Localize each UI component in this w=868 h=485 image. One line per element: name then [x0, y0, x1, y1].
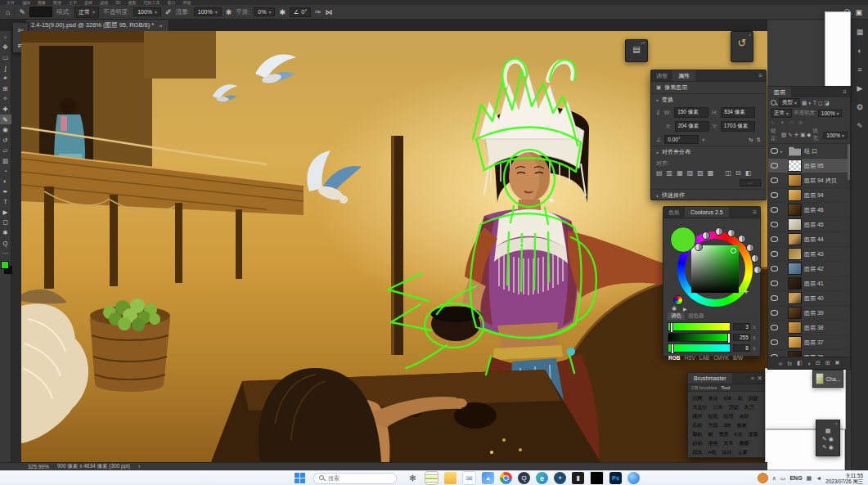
blue-value[interactable]: 8	[733, 344, 750, 352]
brush-icon[interactable]: ✎ ◉	[822, 436, 834, 442]
brush-tag[interactable]: 砂砾	[690, 439, 704, 447]
dodge-tool[interactable]: ◐	[0, 176, 11, 186]
brush-tag[interactable]: 厚涂	[706, 394, 720, 402]
zoom-level[interactable]: 325.99%	[28, 464, 49, 469]
rotate-mini-panel[interactable]: « ↺	[731, 31, 753, 62]
width-field[interactable]: 150 像素	[674, 107, 708, 118]
color-mode-option[interactable]: CMYK	[713, 355, 729, 361]
visibility-eye-icon[interactable]	[771, 177, 778, 184]
libraries-icon[interactable]: ▦	[857, 28, 864, 36]
effects-dim-icon[interactable]: ✦	[780, 119, 784, 126]
flip-horizontal-icon[interactable]: ⇆	[749, 137, 753, 143]
harmony-dot[interactable]	[751, 254, 759, 263]
brush-tag[interactable]: 云雾	[735, 448, 749, 456]
lock-position-icon[interactable]: ✛	[794, 132, 798, 138]
layer-row[interactable]: 图层 42	[768, 262, 850, 276]
start-button[interactable]	[295, 473, 305, 483]
tab-properties[interactable]: 属性	[672, 70, 695, 81]
angle-field[interactable]: 0.00°	[664, 135, 699, 144]
harmony-dot[interactable]	[702, 231, 710, 240]
visibility-eye-icon[interactable]	[771, 265, 778, 272]
brush-tag[interactable]: 圈圈	[737, 439, 751, 447]
touch-keyboard-icon[interactable]: ▦	[807, 475, 812, 482]
add-mask-icon[interactable]: ◧	[797, 360, 803, 366]
visibility-eye-icon[interactable]	[771, 339, 778, 346]
harmony-dot[interactable]	[695, 243, 703, 251]
lock-artboard-icon[interactable]: ▣	[800, 132, 805, 138]
filter-adjust-icon[interactable]: ◐	[808, 100, 812, 106]
y-field[interactable]: 1703 像素	[721, 121, 755, 132]
current-color-swatch[interactable]	[670, 227, 696, 253]
layer-row[interactable]: 图层 95	[768, 159, 850, 173]
rotate-panel-icon[interactable]: ↺	[738, 37, 747, 49]
delete-layer-icon[interactable]: ✖	[835, 360, 840, 366]
link-dimensions-icon[interactable]: ∞	[654, 110, 662, 115]
brush-tag[interactable]: 刷	[735, 394, 744, 402]
taskbar-search[interactable]: 搜索	[313, 473, 397, 484]
opacity-select[interactable]: 100%▾	[133, 7, 161, 16]
brush-icon[interactable]: ✎ ◉	[822, 444, 834, 451]
hidden-icons-chevron[interactable]: ∧	[772, 475, 776, 482]
visibility-eye-icon[interactable]	[771, 309, 778, 317]
status-chevron-icon[interactable]: ›	[138, 464, 140, 469]
harmony-dot[interactable]	[746, 244, 754, 252]
hand-tool[interactable]: ✱	[0, 227, 11, 238]
eyedropper-tool[interactable]: ✧	[0, 94, 11, 105]
document-tab[interactable]: 2.4-15(9.00).psd @ 326% (图层 95, RGB/8) *…	[25, 19, 169, 31]
actions-icon[interactable]: ▶	[857, 84, 863, 92]
new-layer-icon[interactable]: ⊞	[825, 360, 830, 366]
color-mode-option[interactable]: LAB	[699, 355, 709, 361]
align-right-icon[interactable]: ▦	[677, 169, 683, 177]
qq-app[interactable]: Q	[518, 472, 530, 484]
red-slider[interactable]	[668, 322, 731, 331]
align-center-v-icon[interactable]: ▨	[697, 169, 704, 177]
tab-tool[interactable]: Tool	[721, 385, 730, 390]
tab-adjustments[interactable]: 调整	[651, 70, 672, 81]
layer-opacity-select[interactable]: 100%▾	[818, 110, 843, 117]
align-left-icon[interactable]: ▤	[656, 169, 663, 177]
distribute-v-icon[interactable]: ⊟	[735, 169, 741, 177]
pressure-opacity-icon[interactable]: ✐	[165, 8, 172, 16]
brush-tag[interactable]: 大刀	[742, 403, 756, 411]
brush-tag[interactable]: 铅笔	[706, 412, 720, 420]
layer-row[interactable]: 图层 38	[768, 321, 850, 335]
film-mini-panel[interactable]: «× ▤	[625, 39, 648, 62]
visibility-eye-icon[interactable]	[771, 147, 778, 155]
eraser-tool[interactable]: ▱	[0, 146, 11, 156]
quick-selection-tool[interactable]: ✦	[0, 73, 11, 83]
type-tool[interactable]: T	[0, 197, 11, 208]
workspace-icon[interactable]: ▣	[855, 8, 862, 16]
layer-row[interactable]: 图层 45	[768, 218, 850, 232]
layer-row[interactable]: 图层 94 拷贝	[768, 173, 850, 188]
new-group-icon[interactable]: ⊟	[816, 360, 821, 366]
tab-coolorus[interactable]: Coolorus 2.5	[685, 207, 729, 218]
align-top-icon[interactable]: ▧	[687, 169, 694, 177]
brush-tag[interactable]: 旧网	[690, 394, 704, 402]
layer-row[interactable]: 图层 41	[768, 276, 850, 291]
brush-tag[interactable]: 雪景	[717, 430, 731, 438]
visibility-eye-icon[interactable]	[771, 324, 778, 331]
brush-tag[interactable]: 点彩	[737, 412, 751, 420]
grid-icon[interactable]: ▦	[825, 428, 831, 434]
settings-app[interactable]: ✻	[407, 472, 419, 484]
flip-vertical-icon[interactable]: ⇅	[757, 137, 761, 143]
tab-sliders[interactable]: 调色	[668, 312, 685, 320]
visibility-eye-icon[interactable]	[771, 206, 778, 213]
green-value[interactable]: 255	[733, 334, 750, 341]
visibility-eye-icon[interactable]	[771, 250, 778, 258]
symmetry-icon[interactable]: ⋈	[326, 8, 333, 16]
brush-tag[interactable]: 日常	[711, 403, 725, 411]
adjustments-icon[interactable]: ◐	[857, 47, 861, 55]
gradient-tool[interactable]: ▥	[0, 155, 11, 166]
home-icon[interactable]: ⌂	[6, 8, 10, 16]
color-mode-option[interactable]: RGB	[668, 355, 680, 361]
close-tab-icon[interactable]: ×	[159, 22, 163, 29]
clone-stamp-tool[interactable]: ◉	[0, 124, 11, 135]
fill-select[interactable]: 100%▾	[823, 132, 848, 139]
pressure-size-icon[interactable]: ✑	[315, 8, 322, 16]
blend-mode-select[interactable]: 正常▾	[771, 109, 792, 118]
brush-tag[interactable]: 3味	[722, 421, 733, 429]
marquee-tool[interactable]: ▭	[0, 52, 11, 63]
brush-tag[interactable]: 方圆	[706, 421, 720, 429]
brush-tool-icon[interactable]: ✎	[19, 8, 25, 16]
